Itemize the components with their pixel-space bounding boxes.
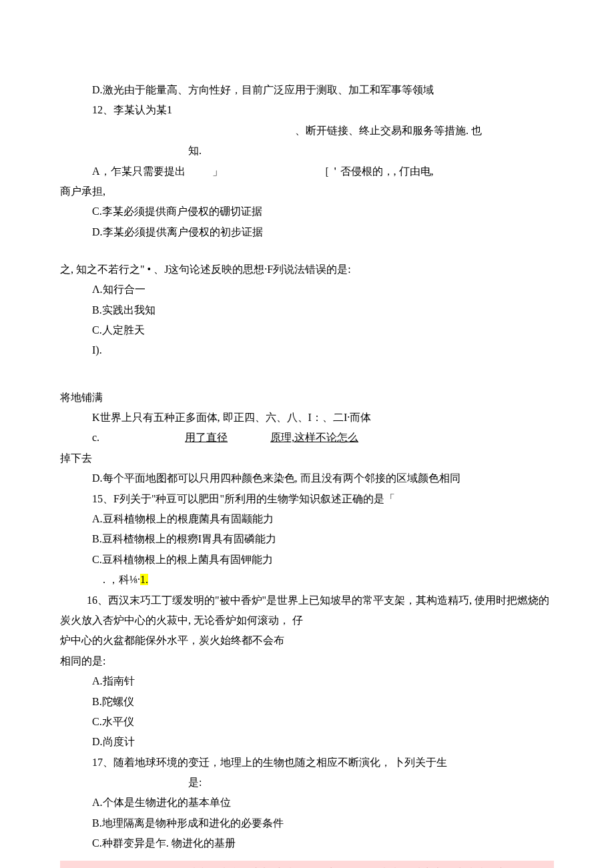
- q15-option-d: . ，科⅛·1.: [60, 570, 554, 590]
- q17-option-a: A.个体是生物进化的基本单位: [60, 793, 554, 813]
- q12-option-d: D.李某必须提供离户侵权的初步证据: [60, 222, 554, 242]
- q12-continuation: 商户承担,: [60, 181, 554, 201]
- q12-option-a-row: A，乍某只需要提出 」 ［＇否侵根的，, 仃由电,: [60, 161, 554, 181]
- q15-option-c: C.豆科植物根上的根上菌具有固钾能力: [60, 550, 554, 570]
- q12-option-c: C.李某必须提供商户侵权的硼切证据: [60, 201, 554, 222]
- q14-frag-a: 将地铺满: [60, 388, 554, 408]
- q17-stem-b: 是:: [60, 773, 554, 793]
- q15-stem: 15、F列关于"种豆可以肥田"所利用的生物学知识叙述正确的是「: [60, 489, 554, 509]
- q16-stem-c: 相同的是:: [60, 651, 554, 671]
- q17-option-c: C.种群变异是乍. 物进化的基册: [60, 833, 554, 853]
- q12-stem-b: 、断开链接、终止交易和服务等措施. 也: [60, 121, 554, 141]
- document-page: D.激光由于能量高、方向性好，目前广泛应用于测取、加工和军事等领域 12、李某认…: [0, 0, 614, 868]
- q13-option-b: B.实践出我知: [60, 300, 554, 320]
- q13-stem: 之, 知之不若行之" • 、J这句论述反映的思想·F列说法错误的是:: [60, 260, 554, 280]
- q14-frag-b: 掉下去: [60, 448, 554, 468]
- q14-option-c-part2: 原理,这样不论怎么: [270, 428, 358, 448]
- q16-stem-b: 炉中心的火盆都能保外水平，炭火始终都不会布: [60, 630, 554, 650]
- q13-option-c: C.人定胜天: [60, 320, 554, 340]
- deleted-text: 18、2019年. 亚J逊雨林和澳大利亚东部丛林分别发生了严31的山火，对生态环…: [65, 863, 549, 868]
- q11-option-d: D.激光由于能量高、方向性好，目前广泛应用于测取、加工和军事等领域: [60, 80, 554, 100]
- q12-option-a-part3: ［＇否侵根的，, 仃由电,: [319, 161, 434, 181]
- q16-option-d: D.尚度计: [60, 732, 554, 752]
- q15-option-b: B.豆科楂物根上的根癆I胃具有固磷能力: [60, 529, 554, 549]
- q12-option-a-part2: 」: [212, 161, 223, 181]
- q17-stem-a: 17、随着地球环境的变迁，地理上的生物也随之相应不断演化， 卜列关于生: [60, 753, 554, 773]
- q16-option-b: B.陀螺仪: [60, 692, 554, 712]
- q16-option-c: C.水平仪: [60, 712, 554, 732]
- highlighted-fragment: 1.: [140, 574, 148, 585]
- q16-option-a: A.指南针: [60, 671, 554, 691]
- q13-option-a: Λ.知行合一: [60, 280, 554, 300]
- q15-option-a: A.豆科植物根上的根鹿菌具有固颛能力: [60, 509, 554, 529]
- q14-option-k: K世界上只有五种正多面体, 即正四、六、八、I：、二I·而体: [60, 408, 554, 428]
- q14-option-c-part1: 用了直径: [185, 428, 228, 448]
- q12-stem-c: 知.: [60, 141, 554, 161]
- q14-option-c-label: c.: [92, 428, 99, 448]
- q16-stem-a: 16、西汉末巧工丁缓发明的"被中香炉"是世界上已知坡早的常平支架，其构造精巧, …: [60, 590, 554, 631]
- q14-option-d: D.每个平面地图都可以只用四种颜色来染色, 而且没有两个邻接的区域颜色相同: [60, 468, 554, 488]
- q13-option-d: I).: [60, 340, 554, 360]
- q17-option-b: B.地理隔离是物种形成和进化的必要条件: [60, 813, 554, 833]
- q14-option-c-row: c. 用了直径 原理,这样不论怎么: [60, 428, 554, 448]
- q12-option-a-part1: A，乍某只需要提出: [92, 161, 186, 181]
- deleted-question-18: 18、2019年. 亚J逊雨林和澳大利亚东部丛林分别发生了严31的山火，对生态环…: [60, 861, 554, 868]
- q12-stem-a: 12、李某认为某1: [60, 100, 554, 120]
- q15-option-d-text: . ，科⅛·: [103, 574, 140, 585]
